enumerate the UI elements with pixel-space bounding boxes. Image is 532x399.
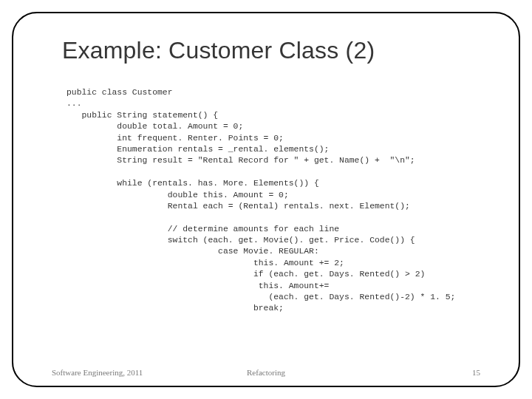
footer-page-number: 15 bbox=[472, 368, 480, 377]
slide: Example: Customer Class (2) public class… bbox=[0, 0, 532, 399]
page-title: Example: Customer Class (2) bbox=[62, 37, 375, 64]
footer-center: Refactoring bbox=[0, 368, 532, 377]
code-block: public class Customer ... public String … bbox=[66, 87, 455, 315]
